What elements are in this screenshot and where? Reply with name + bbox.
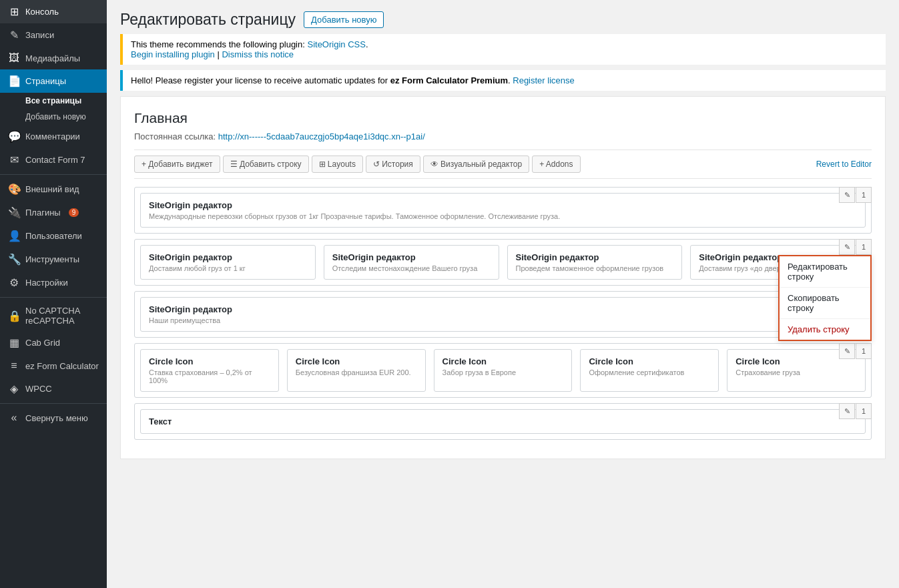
widget-desc-4-5: Страхование груза [735, 368, 857, 376]
sidebar-subitem-add-new-page[interactable]: Добавить новую [0, 109, 107, 125]
widget-desc-2-1: Доставим любой груз от 1 кг [149, 264, 307, 272]
widget-box-4-1[interactable]: Circle Icon Ставка страхования – 0,2% от… [140, 349, 279, 392]
sidebar-item-nocaptcha[interactable]: 🔒 No CAPTCHA reCAPTCHA [0, 300, 107, 331]
widget-box-4-2[interactable]: Circle Icon Безусловная франшиза EUR 200… [287, 349, 426, 392]
register-license-link[interactable]: Register license [513, 75, 575, 85]
begin-installing-link[interactable]: Begin installing plugin [131, 49, 215, 59]
widget-desc-4-3: Забор груза в Европе [442, 368, 564, 376]
sidebar: ⊞ Консоль ✎ Записи 🖼 Медиафайлы 📄 Страни… [0, 0, 107, 588]
comments-icon: 💬 [8, 130, 20, 143]
widget-title-5: Текст [149, 416, 857, 426]
license-product: ez Form Calculator Premium [390, 75, 508, 85]
context-edit-row[interactable]: Редактировать строку [780, 256, 870, 288]
widget-desc-4-4: Оформление сертификатов [589, 368, 710, 376]
add-row-btn[interactable]: ☰ Добавить строку [223, 156, 309, 173]
sidebar-item-media[interactable]: 🖼 Медиафайлы [0, 47, 107, 69]
content-area: Главная Постоянная ссылка: http://xn----… [107, 96, 899, 478]
row-1: ✎ 1 SiteOrigin редактор Международные пе… [134, 187, 872, 234]
sidebar-item-ezform[interactable]: ≡ ez Form Calculator [0, 354, 107, 377]
console-icon: ⊞ [8, 5, 20, 18]
row-4-columns: Circle Icon Ставка страхования – 0,2% от… [135, 344, 871, 397]
history-btn[interactable]: ↺ История [366, 156, 420, 173]
row-5: ✎ 1 Текст [134, 403, 872, 440]
sidebar-item-contactform7[interactable]: ✉ Contact Form 7 [0, 148, 107, 172]
widget-desc-1: Международные перевозки сборных грузов о… [149, 212, 857, 220]
context-delete-row[interactable]: Удалить строку [780, 319, 870, 340]
widget-desc-4-1: Ставка страхования – 0,2% от 100% [149, 368, 270, 384]
widget-box-2-1[interactable]: SiteOrigin редактор Доставим любой груз … [140, 245, 316, 280]
row-2-num-btn[interactable]: 1 [856, 239, 872, 255]
row-2-edit-btn[interactable]: ✎ [839, 239, 855, 255]
sidebar-subitem-all-pages[interactable]: Все страницы [0, 93, 107, 109]
permalink-link[interactable]: http://xn------5cdaab7auczgjo5bp4aqe1i3d… [218, 131, 425, 141]
row-5-edit-btn[interactable]: ✎ [839, 403, 855, 419]
sidebar-item-collapse[interactable]: « Свернуть меню [0, 406, 107, 429]
row-4-edit-btn[interactable]: ✎ [839, 343, 855, 359]
sidebar-item-console[interactable]: ⊞ Консоль [0, 0, 107, 23]
row-2-columns: SiteOrigin редактор Доставим любой груз … [135, 240, 871, 285]
row-5-widget: Текст [135, 404, 871, 439]
tools-icon: 🔧 [8, 253, 20, 266]
sidebar-divider-1 [0, 174, 107, 175]
widget-desc-3: Наши преимущества [149, 316, 857, 324]
page-name: Главная [134, 110, 872, 126]
widget-box-4-3[interactable]: Circle Icon Забор груза в Европе [434, 349, 573, 392]
license-notice-text: Hello! Please register your license to r… [131, 75, 390, 85]
widget-desc-2-2: Отследим местонахождение Вашего груза [332, 264, 491, 272]
sidebar-item-cabgrid[interactable]: ▦ Cab Grid [0, 331, 107, 354]
page-title: Редактировать страницу [120, 11, 296, 29]
revert-editor-btn[interactable]: Revert to Editor [816, 160, 872, 169]
row-4: ✎ 1 Circle Icon Ставка страхования – 0,2… [134, 343, 872, 398]
sidebar-item-plugins[interactable]: 🔌 Плагины 9 [0, 201, 107, 224]
sidebar-item-users[interactable]: 👤 Пользователи [0, 224, 107, 248]
settings-icon: ⚙ [8, 276, 20, 289]
addons-btn[interactable]: + Addons [532, 156, 580, 173]
row-4-num-btn[interactable]: 1 [856, 343, 872, 359]
widget-title-1: SiteOrigin редактор [149, 200, 857, 210]
wpcc-icon: ◈ [8, 382, 20, 395]
row-5-num-btn[interactable]: 1 [856, 403, 872, 419]
widget-box-5[interactable]: Текст [140, 409, 866, 434]
add-widget-btn[interactable]: + Добавить виджет [134, 156, 220, 173]
widget-title-4-1: Circle Icon [149, 356, 270, 366]
sidebar-item-posts[interactable]: ✎ Записи [0, 23, 107, 47]
row-1-num-btn[interactable]: 1 [856, 187, 872, 203]
sidebar-item-tools[interactable]: 🔧 Инструменты [0, 248, 107, 271]
add-new-button[interactable]: Добавить новую [304, 11, 384, 28]
widget-title-2-3: SiteOrigin редактор [516, 252, 674, 262]
sidebar-item-settings[interactable]: ⚙ Настройки [0, 271, 107, 294]
context-copy-row[interactable]: Скопировать строку [780, 288, 870, 319]
visual-editor-btn[interactable]: 👁 Визуальный редактор [423, 156, 529, 173]
sidebar-item-wpcc[interactable]: ◈ WPCC [0, 377, 107, 400]
widget-box-2-2[interactable]: SiteOrigin редактор Отследим местонахожд… [324, 245, 499, 280]
row-1-edit-btn[interactable]: ✎ [839, 187, 855, 203]
sidebar-divider-3 [0, 403, 107, 404]
siteorigin-css-link[interactable]: SiteOrigin CSS [307, 39, 365, 49]
sidebar-item-pages[interactable]: 📄 Страницы [0, 69, 107, 93]
row-2: ✎ 1 Редактировать строку Скопировать стр… [134, 239, 872, 286]
layouts-btn[interactable]: ⊞ Layouts [312, 156, 363, 173]
widget-title-4-3: Circle Icon [442, 356, 564, 366]
row-3: ✎ 1 SiteOrigin редактор Наши преимуществ… [134, 291, 872, 338]
context-menu: Редактировать строку Скопировать строку … [778, 255, 872, 341]
posts-icon: ✎ [8, 29, 20, 41]
appearance-icon: 🎨 [8, 183, 20, 196]
widget-box-1[interactable]: SiteOrigin редактор Международные перево… [140, 193, 866, 228]
contactform-icon: ✉ [8, 154, 20, 166]
sidebar-item-comments[interactable]: 💬 Комментарии [0, 125, 107, 148]
dismiss-notice-link[interactable]: Dismiss this notice [222, 49, 294, 59]
widget-box-2-3[interactable]: SiteOrigin редактор Проведем таможенное … [507, 245, 683, 280]
sidebar-item-appearance[interactable]: 🎨 Внешний вид [0, 178, 107, 201]
widget-box-4-4[interactable]: Circle Icon Оформление сертификатов [580, 349, 719, 392]
widget-title-4-4: Circle Icon [589, 356, 710, 366]
row-1-controls: ✎ 1 [839, 187, 872, 203]
widget-title-2-1: SiteOrigin редактор [149, 252, 307, 262]
nocaptcha-icon: 🔒 [8, 310, 20, 322]
row-1-widget: SiteOrigin редактор Международные перево… [135, 188, 871, 233]
widget-title-4-2: Circle Icon [296, 356, 417, 366]
collapse-icon: « [8, 412, 20, 424]
widget-box-3[interactable]: SiteOrigin редактор Наши преимущества [140, 297, 866, 332]
widget-title-2-2: SiteOrigin редактор [332, 252, 491, 262]
plugins-badge: 9 [69, 208, 79, 217]
license-notice: Hello! Please register your license to r… [120, 70, 886, 91]
